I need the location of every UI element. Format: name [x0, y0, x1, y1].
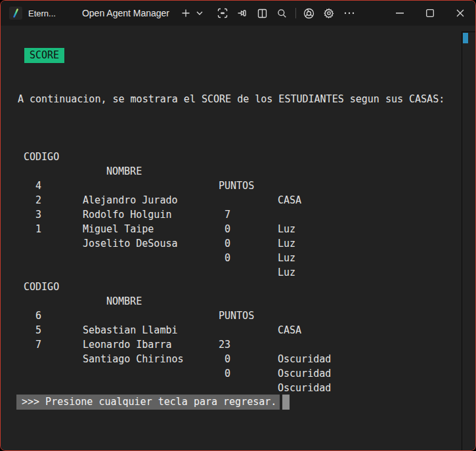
maximize-button[interactable]: [415, 1, 445, 26]
cell-nombre: Joselito DeSousa: [83, 236, 178, 251]
cell-casa: Luz: [278, 236, 295, 251]
table-row: 4 Alejandro Jurado 7 Luz: [1, 164, 475, 179]
cell-puntos: 0: [184, 366, 230, 381]
table-row: 3 Miguel Taipe 0 Luz: [1, 193, 475, 207]
table-row: 2 Rodolfo Holguin 0 Luz: [1, 179, 475, 193]
tab-title[interactable]: Etern...: [28, 9, 56, 18]
table-row: 7 Santiago Chirinos 0 Oscuridad: [1, 323, 475, 337]
cell-puntos: 0: [184, 222, 230, 236]
browser-extension-icon[interactable]: [301, 5, 316, 21]
table-row: 5 Leonardo Ibarra 0 Oscuridad: [1, 309, 475, 323]
scrollbar-track-edge: [462, 32, 462, 450]
cell-casa: Oscuridad: [278, 352, 331, 366]
titlebar[interactable]: Etern... Open Agent Manager: [1, 1, 475, 26]
cell-nombre: Leonardo Ibarra: [83, 337, 171, 352]
cell-puntos: 0: [184, 251, 230, 265]
window-title: Open Agent Manager: [82, 8, 169, 18]
cell-puntos: 0: [184, 352, 230, 366]
cell-nombre: Santiago Chirinos: [83, 352, 184, 366]
pin-icon[interactable]: [235, 5, 249, 21]
search-icon[interactable]: [274, 5, 289, 21]
minimize-button[interactable]: [385, 1, 415, 26]
more-options-icon[interactable]: [342, 5, 357, 21]
toolbar-divider: [295, 8, 296, 18]
chevron-down-icon[interactable]: [194, 5, 205, 21]
close-button[interactable]: [445, 1, 475, 26]
table1-header-row: CODIGO NOMBRE PUNTOS CASA: [1, 135, 475, 150]
table1-header-codigo: CODIGO: [24, 150, 59, 164]
press-any-key-prompt: >>> Presione cualquier tecla para regres…: [16, 395, 280, 410]
terminal-window: Etern... Open Agent Manager: [0, 0, 476, 451]
cell-puntos: 0: [184, 236, 230, 251]
split-pane-icon[interactable]: [255, 5, 269, 21]
cell-codigo: 7: [18, 337, 41, 352]
focus-mode-icon[interactable]: [215, 5, 230, 21]
cell-nombre: Miguel Taipe: [83, 222, 154, 236]
terminal-cursor: [282, 395, 290, 410]
pane-top-edge: [462, 32, 475, 32]
cell-casa: Luz: [278, 222, 295, 236]
table2-header-row: CODIGO NOMBRE PUNTOS CASA: [1, 265, 475, 280]
intro-text: A continuacion, se mostrara el SCORE de …: [18, 92, 444, 106]
intro-line: A continuacion, se mostrara el SCORE de …: [1, 77, 475, 92]
scrollbar-thumb[interactable]: [463, 33, 468, 43]
table-row: 6 Sebastian Llambi 23 Oscuridad: [1, 294, 475, 309]
table-row: 1 Joselito DeSousa 0 Luz: [1, 207, 475, 222]
cell-casa: Oscuridad: [278, 381, 331, 395]
terminal-content[interactable]: SCORE A continuacion, se mostrara el SCO…: [1, 26, 475, 450]
cell-casa: Oscuridad: [278, 366, 331, 381]
table2-header-codigo: CODIGO: [24, 280, 59, 294]
settings-gear-icon[interactable]: [322, 5, 336, 21]
terminal-profile-icon: [9, 7, 22, 20]
cell-puntos: 23: [184, 337, 230, 352]
cell-casa: Luz: [278, 251, 295, 265]
cell-codigo: 1: [18, 222, 41, 236]
new-tab-button[interactable]: [179, 5, 193, 21]
score-badge: SCORE: [24, 48, 64, 63]
